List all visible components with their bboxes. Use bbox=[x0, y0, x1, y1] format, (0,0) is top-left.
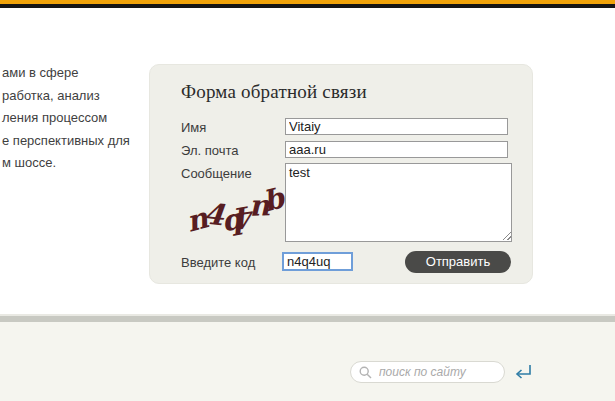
name-label: Имя bbox=[181, 120, 206, 135]
search-input[interactable] bbox=[377, 364, 496, 380]
email-label: Эл. почта bbox=[181, 143, 239, 158]
search-icon bbox=[359, 366, 372, 379]
captcha-code-label: Введите код bbox=[181, 255, 255, 270]
message-field[interactable]: test bbox=[285, 163, 512, 242]
intro-line: е перспективных для bbox=[2, 130, 152, 153]
intro-line: ления процессом bbox=[2, 107, 152, 130]
captcha-image: n4q4uq bbox=[185, 194, 287, 249]
intro-text-block: ами в сфере работка, анализ ления процес… bbox=[2, 62, 152, 175]
intro-line: работка, анализ bbox=[2, 85, 152, 108]
feedback-form-panel: Форма обратной связи Имя Эл. почта Сообщ… bbox=[149, 64, 533, 284]
site-search-box[interactable] bbox=[350, 361, 505, 383]
message-label: Сообщение bbox=[181, 166, 252, 181]
name-field[interactable] bbox=[285, 118, 508, 135]
enter-arrow-icon[interactable] bbox=[512, 361, 534, 383]
intro-line: ами в сфере bbox=[2, 62, 152, 85]
top-dark-stripe bbox=[0, 4, 615, 8]
intro-line: м шоссе. bbox=[2, 152, 152, 175]
submit-button[interactable]: Отправить bbox=[405, 251, 511, 273]
email-field[interactable] bbox=[285, 141, 508, 158]
form-title: Форма обратной связи bbox=[181, 81, 367, 103]
captcha-code-field[interactable] bbox=[282, 252, 353, 271]
